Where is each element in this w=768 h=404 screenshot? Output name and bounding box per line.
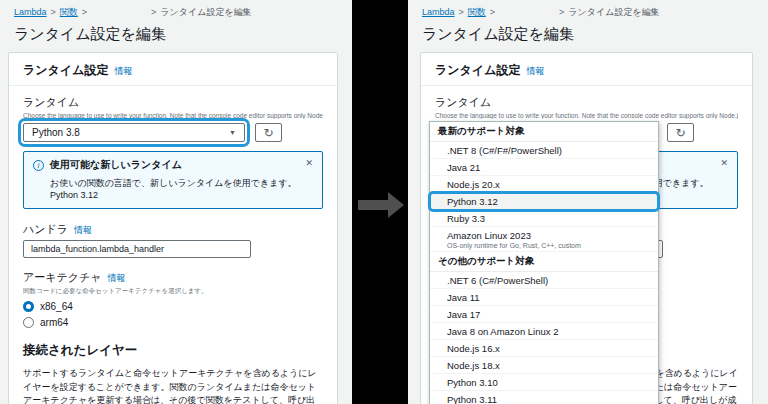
- info-link[interactable]: 情報: [74, 225, 92, 235]
- dropdown-item-python312[interactable]: Python 3.12: [430, 193, 658, 210]
- layers-description: サポートするランタイムと命令セットアーキテクチャを含めるようにレイヤーを設定する…: [23, 367, 323, 404]
- dropdown-item-subtitle: OS-only runtime for Go, Rust, C++, custo…: [447, 242, 581, 249]
- runtime-dropdown-list: 最新のサポート対象 .NET 8 (C#/F#/PowerShell) Java…: [429, 121, 659, 404]
- dropdown-item-python310[interactable]: Python 3.10: [430, 374, 658, 391]
- banner-title: 使用可能な新しいランタイム: [50, 158, 182, 172]
- architecture-label: アーキテクチャ: [23, 271, 102, 283]
- refresh-icon: ↻: [263, 126, 273, 140]
- card-title: ランタイム設定: [435, 63, 520, 77]
- architecture-description: 関数コードに必要な命令セットアーキテクチャを選択します。: [23, 287, 323, 296]
- radio-arm64[interactable]: [23, 317, 34, 328]
- close-icon[interactable]: ✕: [305, 158, 313, 168]
- screenshot-before: Lambda>関数>>ランタイム設定を編集 ランタイム設定を編集 ランタイム設定…: [0, 0, 352, 404]
- radio-x86-64-label: x86_64: [40, 301, 73, 312]
- dropdown-item-java21[interactable]: Java 21: [430, 159, 658, 176]
- runtime-description: Choose the language to use to write your…: [435, 112, 738, 119]
- new-runtime-banner: i 使用可能な新しいランタイム ✕ お使いの関数の言語で、新しいランタイムを使用…: [23, 151, 323, 209]
- refresh-button[interactable]: ↻: [255, 123, 282, 142]
- card-header: ランタイム設定情報: [9, 53, 337, 86]
- chevron-down-icon: ▼: [229, 129, 236, 136]
- layers-title: 接続されたレイヤー: [23, 342, 323, 359]
- dropdown-group-latest: 最新のサポート対象: [430, 122, 658, 142]
- info-link[interactable]: 情報: [526, 66, 544, 76]
- dropdown-item-java11[interactable]: Java 11: [430, 289, 658, 306]
- dropdown-group-other: その他のサポート対象: [430, 252, 658, 272]
- card-title: ランタイム設定: [23, 63, 108, 77]
- runtime-label: ランタイム: [23, 95, 323, 110]
- breadcrumb-functions[interactable]: 関数: [60, 7, 78, 17]
- dropdown-item-dotnet8[interactable]: .NET 8 (C#/F#/PowerShell): [430, 142, 658, 159]
- runtime-label: ランタイム: [435, 95, 738, 110]
- banner-body: お使いの関数の言語で、新しいランタイムを使用できます。Python 3.12: [50, 177, 313, 200]
- runtime-description: Choose the language to use to write your…: [23, 112, 323, 119]
- card-header: ランタイム設定情報: [421, 53, 752, 86]
- dropdown-item-dotnet6[interactable]: .NET 6 (C#/PowerShell): [430, 272, 658, 289]
- transition-arrow-icon: [356, 192, 406, 218]
- runtime-select-value: Python 3.8: [32, 127, 80, 138]
- info-link[interactable]: 情報: [108, 273, 126, 283]
- breadcrumb-functions[interactable]: 関数: [468, 7, 486, 17]
- info-circle-icon: i: [33, 160, 44, 171]
- radio-arm64-label: arm64: [40, 317, 68, 328]
- breadcrumb: Lambda>関数>>ランタイム設定を編集: [408, 0, 768, 22]
- radio-x86-64[interactable]: [23, 301, 34, 312]
- info-link[interactable]: 情報: [114, 66, 132, 76]
- refresh-button[interactable]: ↻: [667, 123, 694, 142]
- breadcrumb-lambda[interactable]: Lambda: [14, 7, 47, 17]
- dropdown-item-java17[interactable]: Java 17: [430, 306, 658, 323]
- dropdown-item-ruby33[interactable]: Ruby 3.3: [430, 210, 658, 227]
- dropdown-item-java8al2[interactable]: Java 8 on Amazon Linux 2: [430, 323, 658, 340]
- handler-input[interactable]: [23, 240, 251, 258]
- close-icon[interactable]: ✕: [720, 158, 728, 168]
- dropdown-item-amazonlinux2023[interactable]: Amazon Linux 2023 OS-only runtime for Go…: [430, 227, 658, 252]
- dropdown-item-nodejs18[interactable]: Node.js 18.x: [430, 357, 658, 374]
- handler-label: ハンドラ: [23, 223, 68, 235]
- page-title: ランタイム設定を編集: [408, 22, 768, 52]
- dropdown-item-nodejs16[interactable]: Node.js 16.x: [430, 340, 658, 357]
- screenshot-after: Lambda>関数>>ランタイム設定を編集 ランタイム設定を編集 ランタイム設定…: [408, 0, 768, 404]
- card-body: ランタイム Choose the language to use to writ…: [9, 86, 337, 404]
- breadcrumb-lambda[interactable]: Lambda: [422, 7, 455, 17]
- breadcrumb: Lambda>関数>>ランタイム設定を編集: [0, 0, 352, 22]
- refresh-icon: ↻: [675, 126, 685, 140]
- page-title: ランタイム設定を編集: [0, 22, 352, 52]
- runtime-select[interactable]: Python 3.8 ▼: [23, 123, 245, 142]
- dropdown-item-nodejs20[interactable]: Node.js 20.x: [430, 176, 658, 193]
- breadcrumb-current: ランタイム設定を編集: [160, 7, 251, 17]
- breadcrumb-current: ランタイム設定を編集: [568, 7, 659, 17]
- dropdown-item-python311[interactable]: Python 3.11: [430, 391, 658, 404]
- runtime-settings-card: ランタイム設定情報 ランタイム Choose the language to u…: [8, 52, 338, 404]
